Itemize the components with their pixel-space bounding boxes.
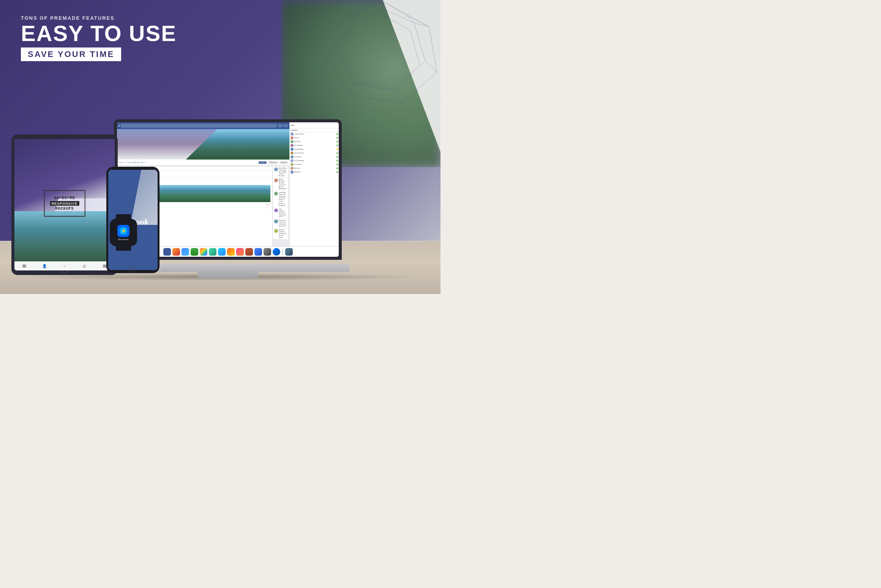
fb-search <box>121 124 277 128</box>
fb-nav-people: 👥 <box>283 124 288 127</box>
nav-bar-1 <box>22 265 26 266</box>
nav-bar-3 <box>22 267 26 267</box>
chat-name-3: Kate Stem <box>294 141 336 142</box>
tablet-content: AW=SC=ME RESPONSIVE MOCKUPS <box>14 139 115 270</box>
watch-band-bottom <box>116 246 131 251</box>
tagline-text: TONS OF PREMADE FEATURES <box>21 15 177 21</box>
watch-band-top <box>116 214 131 219</box>
chat-name-7: Lara Zhang <box>294 156 336 158</box>
phone-home-button[interactable] <box>130 266 136 272</box>
fb-more-tab: More ▾ <box>141 161 145 163</box>
chat-name-10: Mac Tyler <box>294 168 336 169</box>
chat-item-1: Jonathan Pellow <box>290 132 339 136</box>
notif-text-3: Jacob Belin commented on his own status:… <box>279 192 287 207</box>
save-time-badge: SAVE YOUR TIME <box>21 47 121 61</box>
chat-item-5: Kristoffer Brady <box>290 147 339 151</box>
fb-chat-section-header: Favorites <box>290 128 339 132</box>
notif-avatar-2 <box>274 179 278 182</box>
fb-nav-home: ⌂ <box>278 124 283 127</box>
laptop-foot <box>197 272 258 279</box>
chat-avatar-7 <box>291 155 294 158</box>
fb-likes-count: ↑ 129 · 5 <box>265 204 270 206</box>
chat-item-3: Kate Stem <box>290 140 339 144</box>
dock-separator <box>283 248 283 255</box>
fb-notif-2: Ashwik Bharambe likes Kari Lee's post in… <box>273 178 288 191</box>
fb-cover-diagonal <box>186 129 289 160</box>
nav-people-icon: 👤 <box>42 264 47 268</box>
fb-cover-photo <box>117 129 289 160</box>
chat-item-11: Matt Brown <box>290 170 339 174</box>
chat-avatar-2 <box>291 136 294 139</box>
chat-status-7 <box>336 156 338 158</box>
chat-name-6: Kertin Hosbaum <box>294 152 336 154</box>
dock-icon-finder <box>172 248 180 256</box>
watch-screen: ⚡ Messenger <box>111 220 136 245</box>
tablet-nav-globe: ◎ <box>82 264 87 269</box>
chat-name-1: Jonathan Pellow <box>294 133 336 135</box>
chat-status-3 <box>336 141 338 142</box>
chat-item-4: Kim Caldback <box>290 144 339 147</box>
notif-text-4: Todd Goffmann listened to Ocean Soda on … <box>279 209 287 218</box>
fb-friends-tab: Friends 66 Mutual <box>127 161 139 163</box>
notif-avatar-4 <box>274 209 278 212</box>
fb-sidebar-header: Chat <box>290 122 339 128</box>
chat-status-6 <box>336 152 338 154</box>
notif-avatar-5 <box>274 220 278 223</box>
chat-status-5 <box>336 149 338 150</box>
dock-icon-maps <box>227 248 235 256</box>
chat-avatar-10 <box>291 167 294 170</box>
svg-line-4 <box>414 23 429 27</box>
svg-line-9 <box>346 15 353 19</box>
fb-notifications: Andrew Muse is listening to Do You Want … <box>273 167 288 239</box>
fb-message-btn: Message <box>279 161 288 164</box>
dock-icon-appstore <box>254 248 262 256</box>
fb-friends-btn: Friends ▾ <box>259 161 267 164</box>
tablet-logo-line2: RESPONSIVE <box>50 201 79 206</box>
chat-name-5: Kristoffer Brady <box>294 149 336 150</box>
fb-following-btn: Following ▾ <box>268 161 278 164</box>
chat-name-4: Kim Caldback <box>294 145 336 146</box>
headline-area: TONS OF PREMADE FEATURES EASY TO USE SAV… <box>21 15 177 61</box>
watch-app-label: Messenger <box>118 238 128 240</box>
fb-notif-1: Andrew Muse is listening to Do You Want … <box>273 167 288 178</box>
chat-avatar-8 <box>291 159 294 162</box>
chat-status-11 <box>336 171 338 173</box>
dock-icon-finder2 <box>273 248 280 256</box>
fb-notif-6: Guenhall Jang and Olivia Bishop are now … <box>273 228 288 239</box>
chat-status-9 <box>336 164 338 165</box>
chat-avatar-11 <box>291 171 294 174</box>
messenger-logo: ⚡ <box>120 227 127 235</box>
chat-avatar-9 <box>291 163 294 166</box>
dock-icon-music <box>236 248 244 256</box>
dock-icon-facetime <box>209 248 216 256</box>
dock-icon-messages <box>218 248 226 256</box>
watch-messenger-icon: ⚡ <box>117 225 129 237</box>
svg-line-11 <box>353 8 361 19</box>
chat-name-8: Luz Schndegger <box>294 160 336 161</box>
fb-notif-5: Francis Luu commented on Kari Lee's post… <box>273 219 288 228</box>
chat-status-2 <box>336 137 338 139</box>
chat-name-11: Matt Brown <box>294 171 336 173</box>
chat-avatar-6 <box>291 152 294 155</box>
chat-avatar-5 <box>291 148 294 151</box>
notif-avatar-1 <box>274 168 278 171</box>
fb-right-column: Andrew Muse is listening to Do You Want … <box>273 167 288 256</box>
chat-status-8 <box>336 160 338 161</box>
tablet-logo-line3: MOCKUPS <box>50 206 79 212</box>
tablet-screen: AW=SC=ME RESPONSIVE MOCKUPS <box>14 139 115 270</box>
dock-icon-books <box>245 248 253 256</box>
chat-item-10: Mac Tyler <box>290 166 339 170</box>
nav-bar-2 <box>22 266 26 267</box>
dock-icon-notes <box>191 248 198 256</box>
dock-icon-browser <box>182 248 189 256</box>
notif-avatar-3 <box>274 192 278 196</box>
svg-line-13 <box>384 2 406 15</box>
tablet-nav-people: 👤 <box>42 264 47 269</box>
main-headline: EASY TO USE <box>21 22 177 44</box>
tablet-frame: AW=SC=ME RESPONSIVE MOCKUPS <box>11 134 118 275</box>
notif-avatar-6 <box>274 229 278 233</box>
fb-logo: f <box>118 124 120 128</box>
tablet-nav-home <box>22 264 27 269</box>
chat-item-9: Luke Woods <box>290 163 339 166</box>
notif-text-2: Ashwik Bharambe likes Kari Lee's post in… <box>279 179 287 190</box>
